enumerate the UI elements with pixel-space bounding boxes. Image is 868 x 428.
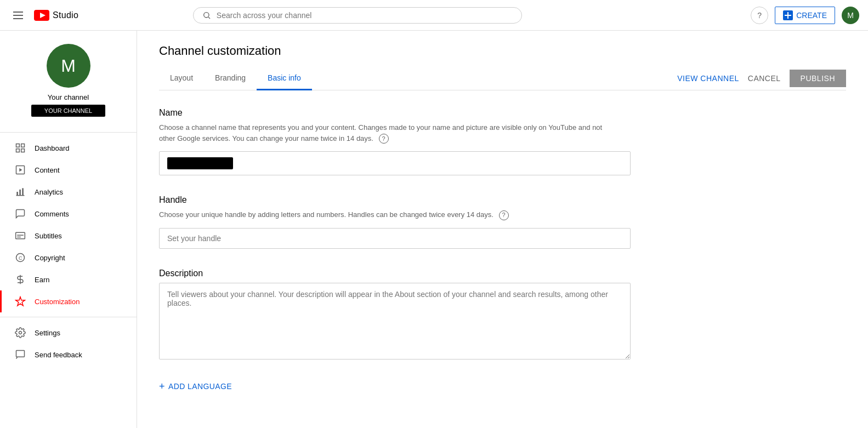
svg-rect-16: [16, 232, 25, 239]
create-icon: [783, 10, 793, 20]
channel-avatar: M: [47, 44, 90, 88]
sidebar: M Your channel YOUR CHANNEL Dashboard Co…: [0, 31, 137, 428]
svg-rect-6: [16, 144, 20, 147]
dashboard-icon: [15, 142, 26, 153]
sidebar-item-label: Subtitles: [35, 232, 62, 240]
plus-icon: +: [159, 381, 165, 392]
feedback-icon: [15, 349, 26, 360]
page-title: Channel customization: [159, 44, 846, 58]
channel-name: Your channel: [48, 93, 89, 101]
sidebar-nav: Dashboard Content Analytics: [0, 137, 137, 366]
add-language-label: ADD LANGUAGE: [168, 382, 232, 391]
analytics-icon: [15, 186, 26, 197]
studio-label: Studio: [53, 10, 78, 20]
description-textarea[interactable]: [159, 283, 631, 359]
sidebar-item-settings[interactable]: Settings: [0, 322, 137, 344]
svg-rect-7: [21, 144, 25, 147]
subtitles-icon: [15, 230, 26, 241]
sidebar-item-label: Settings: [35, 329, 60, 337]
search-icon: [202, 11, 211, 20]
customization-icon: [15, 296, 26, 307]
logo[interactable]: Studio: [34, 10, 78, 21]
sidebar-item-label: Content: [35, 166, 60, 174]
add-language-button[interactable]: + ADD LANGUAGE: [159, 381, 232, 392]
svg-rect-15: [22, 188, 24, 195]
name-input-wrapper: [159, 151, 631, 175]
tab-basicinfo[interactable]: Basic info: [257, 67, 312, 90]
svg-marker-11: [19, 168, 22, 172]
tab-layout[interactable]: Layout: [159, 67, 204, 90]
tabs-list: Layout Branding Basic info: [159, 67, 312, 90]
earn-icon: [15, 274, 26, 285]
handle-help-icon[interactable]: ?: [499, 210, 509, 220]
view-channel-button[interactable]: VIEW CHANNEL: [677, 74, 739, 83]
sidebar-item-content[interactable]: Content: [0, 159, 137, 181]
app-body: M Your channel YOUR CHANNEL Dashboard Co…: [0, 31, 868, 428]
svg-rect-9: [21, 149, 25, 152]
description-section: Description: [159, 269, 846, 361]
svg-rect-14: [19, 190, 21, 196]
sidebar-item-label: Earn: [35, 276, 49, 284]
sidebar-item-label: Comments: [35, 210, 69, 218]
name-help-icon[interactable]: ?: [379, 134, 389, 144]
description-section-title: Description: [159, 269, 846, 278]
sidebar-item-analytics[interactable]: Analytics: [0, 181, 137, 203]
handle-section-desc: Choose your unique handle by adding lett…: [159, 209, 609, 220]
sidebar-item-label: Copyright: [35, 254, 65, 262]
svg-rect-23: [16, 351, 25, 357]
cancel-button[interactable]: CANCEL: [748, 74, 781, 83]
hamburger-menu[interactable]: [9, 7, 27, 24]
svg-text:C: C: [19, 255, 22, 261]
youtube-icon: [34, 10, 49, 21]
your-channel-link[interactable]: YOUR CHANNEL: [31, 105, 105, 117]
tab-branding[interactable]: Branding: [204, 67, 257, 90]
comments-icon: [15, 208, 26, 219]
sidebar-item-label: Analytics: [35, 188, 63, 196]
sidebar-item-label: Send feedback: [35, 351, 82, 359]
publish-button[interactable]: PUBLISH: [790, 70, 846, 87]
name-section-desc: Choose a channel name that represents yo…: [159, 122, 609, 144]
name-section-title: Name: [159, 108, 846, 118]
sidebar-item-customization[interactable]: Customization: [0, 290, 137, 312]
handle-input[interactable]: [159, 228, 631, 249]
svg-point-22: [19, 332, 22, 334]
sidebar-item-comments[interactable]: Comments: [0, 203, 137, 225]
copyright-icon: C: [15, 252, 26, 263]
name-masked-value: [167, 157, 233, 169]
search-input[interactable]: [217, 11, 513, 20]
handle-section-title: Handle: [159, 195, 846, 205]
name-section: Name Choose a channel name that represen…: [159, 108, 846, 175]
sidebar-item-earn[interactable]: Earn: [0, 269, 137, 290]
user-avatar[interactable]: M: [842, 7, 859, 24]
sidebar-item-dashboard[interactable]: Dashboard: [0, 137, 137, 159]
svg-rect-8: [16, 149, 20, 152]
svg-rect-5: [785, 15, 791, 16]
svg-line-3: [208, 17, 210, 19]
sidebar-item-copyright[interactable]: C Copyright: [0, 247, 137, 269]
svg-point-2: [204, 12, 209, 17]
svg-rect-13: [16, 192, 18, 196]
tabs-actions: VIEW CHANNEL CANCEL PUBLISH: [677, 70, 846, 87]
search-bar: [193, 7, 522, 24]
content-icon: [15, 164, 26, 175]
main-content: Channel customization Layout Branding Ba…: [137, 31, 868, 428]
sidebar-item-subtitles[interactable]: Subtitles: [0, 225, 137, 247]
sidebar-item-feedback[interactable]: Send feedback: [0, 344, 137, 366]
tabs-row: Layout Branding Basic info VIEW CHANNEL …: [159, 67, 846, 90]
handle-section: Handle Choose your unique handle by addi…: [159, 195, 846, 249]
create-button[interactable]: CREATE: [775, 7, 835, 24]
sidebar-item-label: Customization: [35, 298, 80, 306]
sidebar-divider: [0, 132, 137, 133]
sidebar-divider-2: [0, 317, 137, 317]
top-nav: Studio ? CREATE M: [0, 0, 868, 31]
settings-icon: [15, 327, 26, 338]
sidebar-item-label: Dashboard: [35, 144, 70, 152]
help-button[interactable]: ?: [751, 7, 768, 24]
